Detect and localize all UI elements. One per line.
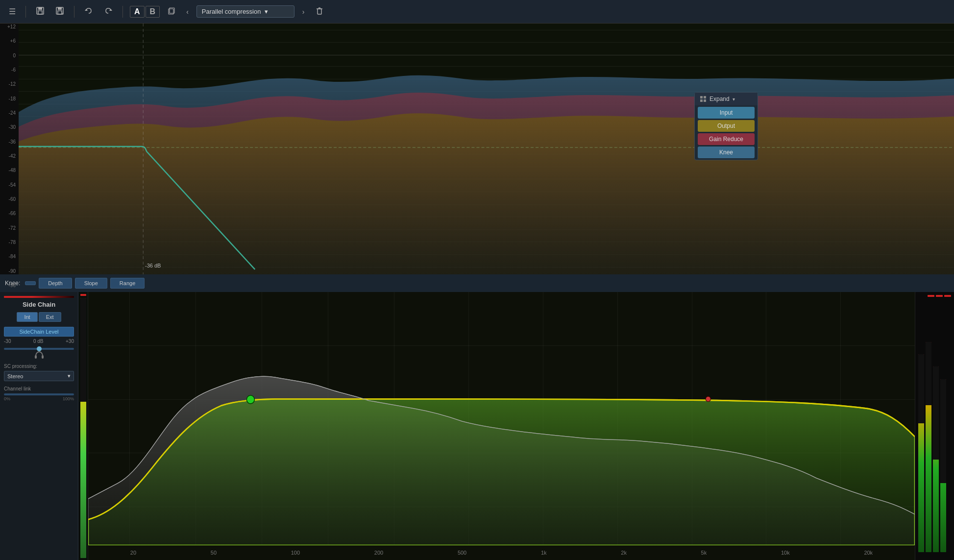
headphone-icon[interactable]	[4, 351, 74, 360]
eq-handle	[246, 395, 254, 404]
waveform-svg	[19, 24, 954, 274]
spectrum-svg	[88, 292, 915, 545]
undo-icon[interactable]	[81, 4, 96, 19]
separator-3	[122, 6, 123, 18]
int-button[interactable]: Int	[17, 312, 37, 322]
expand-header[interactable]: Expand ▾	[695, 93, 758, 105]
sc-processing-arrow-icon: ▾	[68, 373, 71, 379]
y-label-12: +12	[0, 24, 19, 29]
sidebar-title: Side Chain	[4, 301, 74, 308]
threshold-label: -36 dB	[145, 263, 161, 268]
expand-knee-item[interactable]: Knee	[698, 146, 755, 158]
channel-link-label: Channel link	[4, 386, 74, 391]
sc-range-min: -30	[4, 339, 11, 344]
menu-icon[interactable]: ☰	[6, 5, 19, 18]
svg-rect-4	[58, 7, 62, 10]
eq-handle-2	[706, 396, 710, 402]
svg-text:+: +	[61, 12, 63, 15]
main-display: +12 +6 0 -6 -12 -18 -24 -30 -36 -42 -48 …	[0, 24, 954, 292]
peak-indicator	[4, 296, 74, 298]
next-preset-button[interactable]: ›	[299, 6, 308, 18]
y-label-0: 0	[0, 53, 19, 58]
sc-slider-thumb[interactable]	[37, 346, 42, 351]
freq-100: 100	[291, 550, 300, 556]
prev-preset-button[interactable]: ‹	[183, 6, 192, 18]
preset-dropdown[interactable]: Parallel compression ▾	[196, 5, 294, 18]
y-label-n54: -54	[0, 183, 19, 188]
clip-indicator-r3	[944, 295, 951, 297]
expand-input-item[interactable]: Input	[698, 107, 755, 119]
y-label-6: +6	[0, 39, 19, 44]
y-label-n12: -12	[0, 82, 19, 87]
svg-rect-1	[38, 7, 42, 10]
clip-indicator-r2	[936, 295, 943, 297]
freq-5k: 5k	[701, 550, 707, 556]
b-button[interactable]: B	[146, 6, 160, 18]
channel-link-slider[interactable]	[4, 393, 74, 395]
y-label-n84: -84	[0, 254, 19, 259]
sc-level-button[interactable]: SideChain Level	[4, 327, 74, 337]
sc-processing-value: Stereo	[7, 373, 23, 379]
a-button[interactable]: A	[130, 6, 145, 18]
channel-pct-row: 0% 100%	[4, 396, 74, 401]
expand-title: Expand	[709, 96, 730, 102]
save-as-icon[interactable]: +	[52, 4, 67, 19]
depth-button[interactable]: Depth	[39, 278, 72, 289]
knee-box[interactable]	[25, 281, 36, 285]
y-label-n78: -78	[0, 240, 19, 245]
delete-preset-button[interactable]	[312, 4, 327, 19]
freq-500: 500	[458, 550, 466, 556]
vu-peak-left	[80, 294, 86, 296]
y-label-n90: -90	[0, 269, 19, 274]
svg-rect-19	[704, 99, 706, 102]
expand-arrow-icon: ▾	[733, 97, 735, 102]
svg-rect-21	[42, 355, 44, 359]
svg-marker-8	[109, 9, 112, 11]
sidebar: Side Chain Int Ext SideChain Level -30 0…	[0, 292, 78, 560]
svg-rect-2	[38, 11, 42, 14]
expand-grid-icon	[700, 96, 707, 102]
ext-button[interactable]: Ext	[39, 312, 61, 322]
expand-popup: Expand ▾ Input Output Gain Reduce Knee	[694, 92, 758, 160]
dropdown-arrow-icon: ▾	[265, 8, 268, 15]
freq-20k: 20k	[864, 550, 873, 556]
y-label-n36: -36	[0, 140, 19, 145]
waveform-display: -36 dB Expand ▾ Input Output Gain Reduce…	[19, 24, 954, 274]
sc-level-slider[interactable]	[4, 348, 74, 350]
separator-2	[74, 6, 74, 18]
y-axis: +12 +6 0 -6 -12 -18 -24 -30 -36 -42 -48 …	[0, 24, 19, 292]
lower-section: Side Chain Int Ext SideChain Level -30 0…	[0, 292, 954, 560]
freq-50: 50	[211, 550, 217, 556]
save-icon[interactable]	[33, 4, 48, 19]
sc-range-labels: -30 0 dB +30	[4, 339, 74, 344]
y-label-n48: -48	[0, 168, 19, 173]
svg-rect-11	[318, 9, 321, 14]
sc-processing-select[interactable]: Stereo ▾	[4, 371, 74, 381]
freq-2k: 2k	[621, 550, 627, 556]
vu-meters-right	[915, 292, 954, 560]
vu-meter-left	[78, 292, 88, 560]
slope-button[interactable]: Slope	[75, 278, 107, 289]
toolbar: ☰ + A B ‹ Parallel compression ▾ ›	[0, 0, 954, 24]
ab-group: A B	[130, 6, 160, 18]
svg-rect-18	[700, 99, 703, 102]
expand-output-item[interactable]: Output	[698, 120, 755, 132]
range-button[interactable]: Range	[110, 278, 145, 289]
clip-indicator-r1	[928, 295, 934, 297]
int-ext-buttons: Int Ext	[4, 312, 74, 322]
freq-1k: 1k	[541, 550, 547, 556]
svg-marker-7	[85, 9, 88, 11]
redo-icon[interactable]	[101, 4, 116, 19]
y-label-n24: -24	[0, 111, 19, 116]
controls-bar: Knee: Depth Slope Range	[0, 274, 954, 292]
copy-icon[interactable]	[165, 5, 178, 19]
separator-1	[25, 6, 26, 18]
spectrum-display: 20 50 100 200 500 1k 2k 5k 10k 20k	[88, 292, 915, 560]
sc-range-center: 0 dB	[13, 339, 64, 344]
svg-rect-20	[35, 355, 37, 359]
y-label-n6: -6	[0, 68, 19, 73]
preset-name: Parallel compression	[202, 8, 261, 15]
link-pct-max: 100%	[63, 396, 74, 401]
vu-bar-left	[80, 298, 86, 558]
expand-gainreduce-item[interactable]: Gain Reduce	[698, 133, 755, 145]
